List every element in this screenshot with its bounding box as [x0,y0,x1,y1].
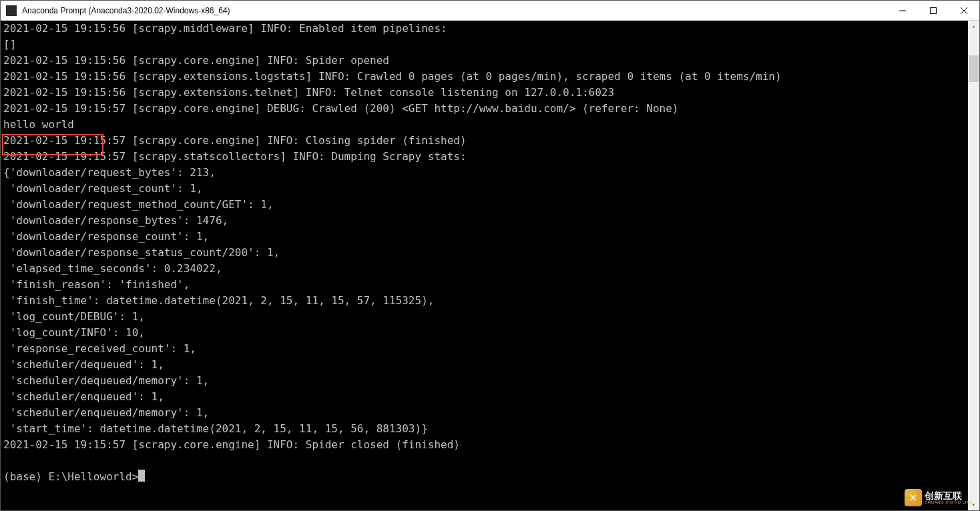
close-icon [961,7,967,14]
cursor [138,470,145,482]
terminal-output[interactable]: 2021-02-15 19:15:56 [scrapy.middleware] … [1,21,968,510]
minimize-button[interactable] [887,1,918,20]
window-title: Anaconda Prompt (Anaconda3-2020.02-Windo… [22,6,887,15]
minimize-icon [899,7,906,14]
scroll-up-button[interactable]: ▴ [968,21,979,32]
maximize-button[interactable] [918,1,949,20]
close-button[interactable] [949,1,979,20]
scroll-down-button[interactable]: ▾ [968,499,979,510]
app-window: Anaconda Prompt (Anaconda3-2020.02-Windo… [0,0,980,511]
maximize-icon [930,7,937,14]
vertical-scrollbar[interactable]: ▴ ▾ [968,21,979,510]
window-controls [887,1,979,20]
app-icon [6,5,17,16]
svg-rect-1 [931,7,937,13]
scrollbar-track[interactable] [968,32,979,499]
titlebar[interactable]: Anaconda Prompt (Anaconda3-2020.02-Windo… [1,1,979,21]
terminal-area: 2021-02-15 19:15:56 [scrapy.middleware] … [1,21,979,510]
scrollbar-thumb[interactable] [969,55,979,82]
